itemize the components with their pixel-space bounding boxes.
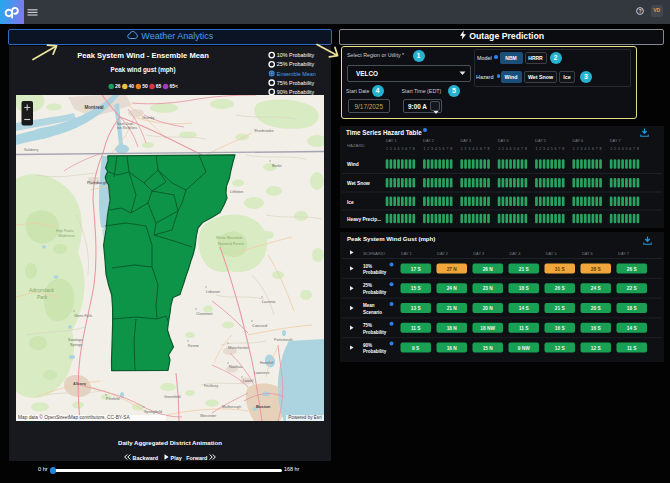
svg-text:Manchester: Manchester: [228, 345, 250, 350]
svg-text:DAY 2: DAY 2: [423, 138, 434, 143]
svg-text:8: 8: [637, 147, 639, 151]
svg-text:65: 65: [156, 83, 162, 89]
svg-text:5: 5: [588, 147, 590, 151]
svg-text:3: 3: [581, 147, 583, 151]
svg-text:High Peaks: High Peaks: [56, 229, 74, 233]
svg-text:6: 6: [629, 147, 631, 151]
svg-text:Ensemble Mean: Ensemble Mean: [277, 70, 316, 76]
svg-text:4: 4: [622, 147, 624, 151]
svg-text:8: 8: [488, 147, 490, 151]
svg-text:7: 7: [596, 147, 598, 151]
svg-text:8: 8: [525, 147, 527, 151]
svg-text:DAY 1: DAY 1: [386, 138, 397, 143]
svg-text:3: 3: [431, 147, 433, 151]
svg-text:6: 6: [443, 147, 445, 151]
svg-text:26: 26: [115, 83, 121, 89]
svg-text:5: 5: [401, 147, 403, 151]
svg-text:21 S: 21 S: [519, 267, 530, 272]
svg-text:8: 8: [562, 147, 564, 151]
svg-text:22 S: 22 S: [627, 286, 638, 291]
svg-text:18 S: 18 S: [627, 306, 638, 311]
svg-text:Wet Snow: Wet Snow: [347, 181, 370, 186]
svg-text:Probability: Probability: [363, 270, 387, 275]
svg-text:90% Probability: 90% Probability: [277, 88, 315, 94]
svg-text:90%: 90%: [363, 343, 372, 348]
svg-text:16 N: 16 N: [447, 346, 458, 351]
svg-text:1: 1: [610, 147, 612, 151]
svg-text:6: 6: [517, 147, 519, 151]
svg-text:4: 4: [584, 147, 586, 151]
svg-text:8: 8: [413, 147, 415, 151]
svg-text:5: 5: [551, 147, 553, 151]
svg-text:Claremont: Claremont: [196, 312, 213, 316]
svg-text:6: 6: [555, 147, 557, 151]
svg-text:20 N: 20 N: [483, 306, 494, 311]
svg-text:Springs: Springs: [70, 343, 82, 347]
svg-text:11 S: 11 S: [627, 346, 637, 351]
svg-text:6: 6: [480, 147, 482, 151]
svg-text:7: 7: [446, 147, 448, 151]
svg-text:20 S: 20 S: [591, 306, 602, 311]
svg-text:8: 8: [600, 147, 602, 151]
svg-text:Springfield: Springfield: [144, 410, 162, 414]
svg-text:18 S: 18 S: [519, 286, 530, 291]
svg-text:Fitchburg: Fitchburg: [204, 384, 218, 388]
svg-text:2: 2: [502, 147, 504, 151]
svg-text:Albany: Albany: [73, 381, 87, 386]
svg-text:DAY 4: DAY 4: [498, 138, 510, 143]
svg-text:DAY 1: DAY 1: [401, 251, 412, 256]
svg-text:23 N: 23 N: [483, 286, 494, 291]
svg-text:DAY 6: DAY 6: [572, 138, 583, 143]
svg-text:2: 2: [539, 147, 541, 151]
svg-text:Wilderness: Wilderness: [58, 234, 75, 238]
svg-text:12 S: 12 S: [555, 346, 566, 351]
svg-text:1: 1: [386, 147, 388, 151]
svg-text:10%: 10%: [363, 264, 372, 269]
svg-text:DAY 4: DAY 4: [510, 251, 522, 256]
svg-text:26 N: 26 N: [483, 267, 494, 272]
svg-text:14 S: 14 S: [627, 326, 638, 331]
svg-text:9 NW: 9 NW: [518, 346, 530, 351]
svg-text:17 S: 17 S: [411, 267, 422, 272]
svg-text:15 N: 15 N: [483, 346, 494, 351]
svg-text:21 N: 21 N: [447, 306, 458, 311]
svg-text:Littleton: Littleton: [230, 190, 243, 194]
svg-text:Granby: Granby: [142, 116, 155, 120]
svg-text:25% Probability: 25% Probability: [277, 61, 315, 67]
svg-text:Nashua: Nashua: [229, 365, 243, 369]
svg-text:Haverhill: Haverhill: [260, 361, 273, 365]
svg-text:Probability: Probability: [363, 290, 387, 295]
svg-text:40: 40: [129, 83, 135, 89]
svg-text:8: 8: [450, 147, 452, 151]
svg-text:18 NW: 18 NW: [480, 326, 495, 331]
svg-text:24 S: 24 S: [591, 286, 602, 291]
svg-text:4: 4: [435, 147, 437, 151]
svg-text:75%: 75%: [363, 323, 372, 328]
svg-text:Laconia: Laconia: [262, 300, 276, 304]
svg-text:sur-Richelieu: sur-Richelieu: [117, 126, 137, 130]
svg-text:Concord: Concord: [252, 323, 267, 328]
svg-text:Probability: Probability: [363, 330, 387, 335]
svg-text:1: 1: [498, 147, 500, 151]
svg-text:3: 3: [543, 147, 545, 151]
svg-text:Lawrence: Lawrence: [254, 371, 270, 375]
svg-text:31 S: 31 S: [555, 267, 566, 272]
svg-text:Saratoga: Saratoga: [68, 338, 83, 342]
svg-text:7: 7: [558, 147, 560, 151]
svg-text:13 S: 13 S: [411, 306, 422, 311]
svg-text:Plattsburgh: Plattsburgh: [87, 180, 107, 185]
svg-text:7: 7: [633, 147, 635, 151]
svg-text:2: 2: [614, 147, 616, 151]
svg-text:Scenario: Scenario: [363, 310, 382, 315]
svg-text:18 N: 18 N: [447, 326, 458, 331]
svg-text:14 S: 14 S: [519, 306, 530, 311]
svg-text:21 S: 21 S: [555, 306, 566, 311]
svg-text:1: 1: [461, 147, 463, 151]
svg-text:25%: 25%: [363, 283, 372, 288]
svg-text:5: 5: [476, 147, 478, 151]
svg-text:26 S: 26 S: [627, 267, 638, 272]
svg-text:50: 50: [142, 83, 148, 89]
svg-text:Ice: Ice: [347, 200, 354, 205]
svg-text:5: 5: [439, 147, 441, 151]
svg-text:White Mountain: White Mountain: [216, 236, 242, 240]
